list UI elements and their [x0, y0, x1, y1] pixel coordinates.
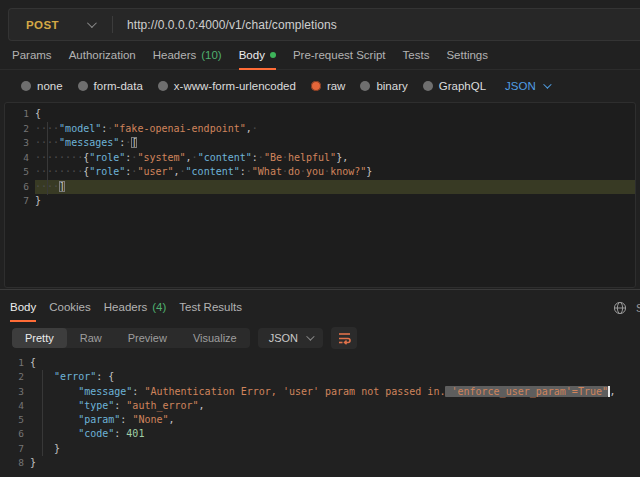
line-number: 1: [0, 356, 30, 370]
indent-guide: [42, 370, 43, 456]
code-line-text: "param": "None",: [30, 413, 640, 427]
radio-label: none: [37, 80, 63, 92]
radio-circle-icon: [311, 81, 321, 91]
line-number: 7: [5, 194, 35, 209]
line-number: 6: [0, 427, 30, 441]
tab-params[interactable]: Params: [12, 49, 52, 69]
radio-graphql[interactable]: GraphQL: [423, 80, 486, 92]
request-url-bar: POST http://0.0.0.0:4000/v1/chat/complet…: [8, 8, 640, 41]
tab-label: Cookies: [49, 301, 91, 313]
code-line: 2 "error": {: [0, 370, 640, 384]
chevron-down-icon: [306, 332, 314, 340]
response-tab-body[interactable]: Body: [10, 301, 36, 322]
code-line: 3····"messages":·[: [5, 136, 635, 151]
code-line: 6····]: [5, 180, 635, 195]
code-line-text: }: [30, 456, 640, 470]
code-line-text: ····"model":·"fake-openai-endpoint",·: [35, 122, 635, 137]
radio-form-data[interactable]: form-data: [78, 80, 143, 92]
response-language-label: JSON: [269, 332, 298, 344]
radio-circle-icon: [21, 81, 31, 91]
radio-label: form-data: [94, 80, 143, 92]
globe-icon[interactable]: [613, 301, 627, 315]
chevron-down-icon[interactable]: [87, 18, 97, 28]
tab-headers[interactable]: Headers(10): [153, 49, 222, 69]
code-line: 5········{"role":·"user",·"content":·"Wh…: [5, 165, 635, 180]
radio-none[interactable]: none: [21, 80, 63, 92]
tab-label: Headers: [104, 301, 147, 313]
tab-tests[interactable]: Tests: [403, 49, 430, 69]
radio-label: GraphQL: [439, 80, 486, 92]
body-language-select[interactable]: JSON: [505, 80, 549, 92]
selected-text: 'enforce_user_param'=True": [445, 386, 608, 397]
radio-x-www-form-urlencoded[interactable]: x-www-form-urlencoded: [158, 80, 296, 92]
code-line-text: "message": "Authentication Error, 'user'…: [30, 385, 640, 399]
body-type-options: noneform-datax-www-form-urlencodedrawbin…: [0, 70, 640, 101]
radio-circle-icon: [158, 81, 168, 91]
code-line-text: ····"messages":·[: [35, 136, 635, 151]
url-input[interactable]: http://0.0.0.0:4000/v1/chat/completions: [113, 18, 337, 32]
body-language-label: JSON: [505, 80, 536, 92]
tab-authorization[interactable]: Authorization: [69, 49, 136, 69]
radio-label: binary: [376, 80, 407, 92]
tab-settings[interactable]: Settings: [446, 49, 488, 69]
line-number: 8: [0, 456, 30, 470]
response-tab-headers[interactable]: Headers(4): [104, 301, 167, 321]
wrap-text-icon: [337, 331, 352, 345]
code-line: 8}: [0, 456, 640, 470]
tab-label: Headers: [153, 49, 196, 61]
response-body-editor[interactable]: 1{2 "error": {3 "message": "Authenticati…: [0, 349, 640, 468]
response-language-select[interactable]: JSON: [258, 328, 323, 348]
code-line-text: }: [30, 442, 640, 456]
code-line-text: "type": "auth_error",: [30, 399, 640, 413]
radio-label: x-www-form-urlencoded: [174, 80, 296, 92]
view-pretty[interactable]: Pretty: [12, 328, 67, 348]
body-tab-dot: [270, 52, 276, 58]
tab-label: Body: [10, 301, 36, 313]
wrap-text-button[interactable]: [331, 327, 357, 349]
tab-pre-request-script[interactable]: Pre-request Script: [293, 49, 386, 69]
code-line: 1{: [0, 356, 640, 370]
radio-circle-icon: [423, 81, 433, 91]
code-line-text: {: [30, 356, 640, 370]
line-number: 4: [0, 399, 30, 413]
response-tab-cookies[interactable]: Cookies: [49, 301, 91, 321]
radio-label: raw: [327, 80, 346, 92]
clipped-status-text: S: [636, 302, 640, 314]
code-line-text: {: [35, 107, 635, 122]
code-line: 4 "type": "auth_error",: [0, 399, 640, 413]
tab-body[interactable]: Body: [239, 49, 276, 70]
line-number: 2: [5, 122, 35, 137]
tab-label: Tests: [403, 49, 430, 61]
tab-label: Body: [239, 49, 265, 61]
code-line-text: ····]: [35, 180, 635, 195]
view-preview[interactable]: Preview: [115, 328, 180, 348]
request-tabs: ParamsAuthorizationHeaders(10)BodyPre-re…: [0, 41, 640, 70]
code-line-text: "code": 401: [30, 427, 640, 441]
line-number: 6: [5, 180, 35, 195]
code-line-text: }: [35, 194, 635, 209]
code-line: 4········{"role":·"system",·"content":·"…: [5, 151, 635, 166]
radio-circle-icon: [78, 81, 88, 91]
method-selector[interactable]: POST: [9, 19, 59, 31]
code-line: 7 }: [0, 442, 640, 456]
view-raw[interactable]: Raw: [67, 328, 115, 348]
response-tab-test-results[interactable]: Test Results: [179, 301, 242, 321]
code-line: 7}: [5, 194, 635, 209]
line-number: 4: [5, 151, 35, 166]
response-tabs: BodyCookiesHeaders(4)Test Results S: [0, 290, 640, 321]
code-line-text: ········{"role":·"user",·"content":·"Wha…: [35, 165, 635, 180]
view-visualize[interactable]: Visualize: [180, 328, 250, 348]
line-number: 1: [5, 107, 35, 122]
line-number: 3: [0, 385, 30, 399]
tab-label: Settings: [446, 49, 488, 61]
code-line: 6 "code": 401: [0, 427, 640, 441]
line-number: 7: [0, 442, 30, 456]
radio-raw[interactable]: raw: [311, 80, 346, 92]
line-number: 2: [0, 370, 30, 384]
line-number: 3: [5, 136, 35, 151]
radio-binary[interactable]: binary: [360, 80, 407, 92]
tab-label: Params: [12, 49, 52, 61]
response-toolbar: PrettyRawPreviewVisualize JSON: [12, 326, 640, 349]
tab-count-badge: (4): [152, 301, 166, 313]
request-body-editor[interactable]: 1{2····"model":·"fake-openai-endpoint",·…: [4, 102, 636, 288]
